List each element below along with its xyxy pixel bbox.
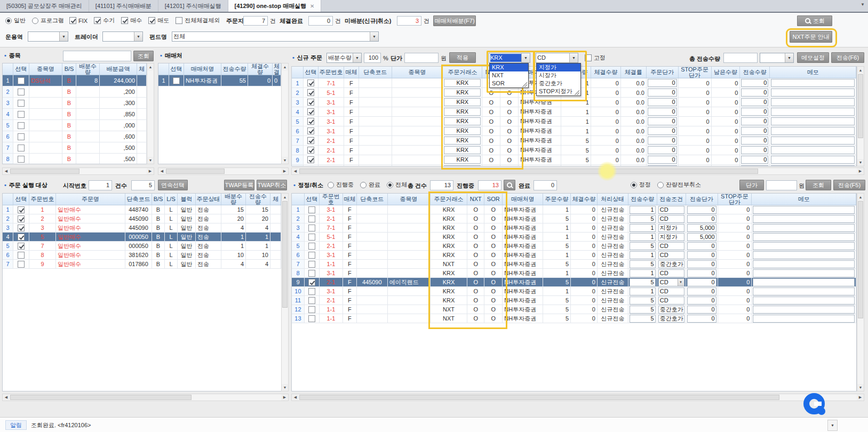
count-input[interactable]: 5 (131, 180, 155, 190)
cell-input[interactable]: 0 (741, 127, 768, 135)
row-checkbox[interactable] (18, 145, 25, 151)
checkbox-고정[interactable]: 고정 (585, 54, 606, 62)
row-checkbox[interactable] (18, 133, 25, 140)
status-caret-icon[interactable]: ▼ (827, 420, 838, 431)
row-checkbox[interactable] (308, 279, 315, 286)
continuous-select-button[interactable]: 연속선택 (158, 180, 188, 190)
venue-cell[interactable]: KRX (444, 117, 481, 125)
row-checkbox[interactable] (308, 234, 315, 241)
cell-input[interactable]: 5 (630, 260, 656, 268)
checkbox-FIX[interactable]: FIX (69, 17, 87, 24)
cell-input[interactable]: 지정가 (658, 233, 684, 241)
row-checkbox[interactable] (307, 147, 314, 154)
table-row[interactable]: 43-1FKRXOONH투자증권100.00000 (292, 107, 856, 117)
row-checkbox[interactable] (18, 122, 25, 129)
table-row[interactable]: 131-1FNXTOONH투자증권50신규전송5중간호가00 (292, 314, 856, 323)
venue-cell[interactable]: KRX (444, 137, 481, 145)
venue-vscrollbar[interactable]: ▲▼ (281, 63, 289, 164)
cell-input[interactable]: CD (658, 215, 684, 223)
cell-input[interactable] (753, 206, 855, 214)
trader-select[interactable]: ▼ (102, 31, 143, 42)
tab-50305[interactable]: [50305] 공모상장주 매매관리 (0, 0, 89, 12)
cell-input[interactable]: 지정가 (658, 224, 684, 232)
table-row[interactable]: 22일반매수445090BL일반전송2020 (3, 214, 281, 223)
radio-진행중[interactable]: 진행중 (328, 181, 354, 189)
cell-input[interactable]: CD (658, 297, 684, 305)
cell-input[interactable] (771, 89, 855, 97)
total-send-input[interactable] (723, 53, 758, 63)
row-checkbox[interactable] (307, 166, 314, 166)
cell-input[interactable]: 0 (741, 146, 768, 154)
checkbox-매도[interactable]: 매도 (148, 17, 169, 25)
cell-input[interactable] (753, 287, 855, 295)
radio-완료[interactable]: 완료 (360, 181, 380, 189)
cell-input[interactable] (753, 215, 855, 223)
cell-input[interactable]: 0 (741, 117, 768, 125)
radio-전체[interactable]: 전체 (387, 181, 407, 189)
cell-input[interactable]: 0 (648, 117, 677, 125)
row-checkbox[interactable] (307, 156, 314, 163)
alloc-basis-select[interactable]: 배분수량▼ (327, 53, 362, 63)
radio-잔량전부취소[interactable]: 잔량전부취소 (657, 181, 701, 189)
cell-input[interactable]: 0 (741, 79, 768, 87)
dropdown-option[interactable]: NXT (490, 71, 528, 79)
row-checkbox[interactable] (18, 243, 25, 250)
row-checkbox[interactable] (18, 206, 25, 213)
cell-input[interactable]: 0 (741, 108, 768, 116)
send-f5-button[interactable]: 전송(F5) (833, 180, 865, 190)
dropdown-option[interactable]: 지정가 (537, 63, 580, 71)
row-checkbox[interactable] (173, 77, 180, 84)
amend-vscrollbar[interactable]: ▲▼ (857, 193, 864, 391)
cell-input[interactable]: 0 (648, 89, 677, 97)
row-checkbox[interactable] (307, 118, 314, 125)
venue-hscrollbar[interactable]: ◀▶ (158, 167, 289, 175)
cell-input[interactable]: CD▾ (658, 278, 684, 286)
cell-input[interactable]: CD (658, 251, 684, 259)
table-row[interactable]: 6B,600 (3, 131, 147, 142)
row-checkbox[interactable] (307, 137, 314, 144)
exec-vscrollbar[interactable]: ▲▼ (281, 193, 289, 391)
cell-input[interactable]: 0 (687, 206, 716, 214)
table-row[interactable]: 33일반매수445090BL일반전송44 (3, 223, 281, 233)
table-row[interactable]: 68일반매수381620BL일반전송1010 (3, 251, 281, 260)
table-row[interactable]: 45일반매수000050BL일반전송11 (3, 233, 281, 242)
cell-input[interactable]: 5 (630, 315, 656, 323)
cell-input[interactable]: CD (658, 269, 684, 277)
row-checkbox[interactable] (307, 127, 314, 134)
row-checkbox[interactable] (307, 79, 314, 86)
neworder-vscrollbar[interactable]: ▲▼ (857, 66, 864, 166)
cell-input[interactable]: 0 (648, 137, 677, 145)
cell-input[interactable]: 0 (648, 108, 677, 116)
row-checkbox[interactable] (308, 288, 315, 295)
price-set-button[interactable]: 단가 (739, 180, 764, 190)
cell-input[interactable] (753, 224, 855, 232)
cell-input[interactable] (753, 315, 855, 323)
cell-input[interactable] (753, 278, 855, 286)
row-checkbox[interactable] (18, 77, 25, 84)
cell-input[interactable]: 0 (741, 137, 768, 145)
row-checkbox[interactable] (308, 270, 315, 277)
table-row[interactable]: 3B,300 (3, 98, 147, 109)
row-checkbox[interactable] (307, 99, 314, 106)
cell-input[interactable]: 0 (687, 251, 716, 259)
row-checkbox[interactable] (18, 111, 25, 118)
cell-input[interactable]: 0 (687, 287, 716, 295)
table-row[interactable]: 52-1FKRXOONH투자증권50신규전송5CD00 (292, 242, 856, 251)
cell-input[interactable]: CD (658, 242, 684, 250)
table-row[interactable]: 92-1FKRXOONH투자증권500.00000 (292, 155, 856, 165)
row-checkbox[interactable] (18, 89, 25, 95)
cell-input[interactable]: 0 (687, 315, 716, 323)
order-cond-select[interactable]: CD▼ (536, 53, 578, 63)
venue-cell[interactable]: KRX (444, 98, 481, 106)
cell-input[interactable]: 0 (648, 79, 677, 87)
checkbox-매수[interactable]: 매수 (121, 17, 142, 25)
price-input[interactable] (404, 53, 439, 63)
cell-input[interactable] (753, 297, 855, 305)
cell-input[interactable]: 중간호가 (658, 260, 684, 268)
amend-price-input[interactable] (766, 180, 797, 190)
cell-input[interactable] (753, 242, 855, 250)
cell-input[interactable]: 0 (741, 89, 768, 97)
row-checkbox[interactable] (308, 297, 315, 304)
cell-input[interactable] (771, 146, 855, 154)
cell-input[interactable]: 0 (648, 98, 677, 106)
